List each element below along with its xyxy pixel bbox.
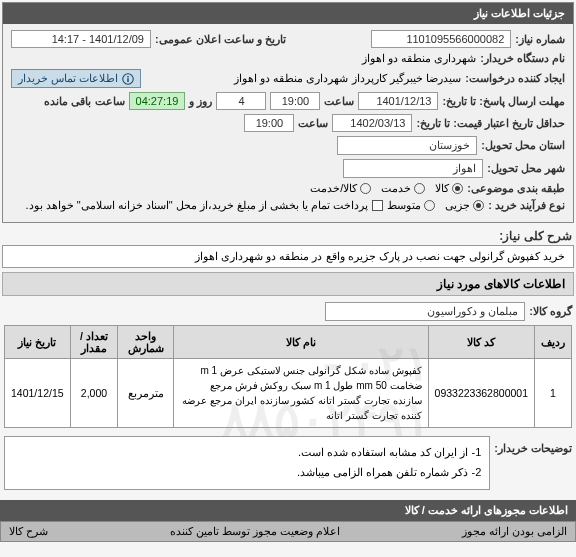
desc-title-value: خرید کفپوش گرانولی جهت نصب در پارک جزیره…: [2, 245, 574, 268]
radio-icon: [424, 200, 435, 211]
cat-both-radio[interactable]: کالا/خدمت: [310, 182, 371, 195]
table-row[interactable]: 1 0933223362800001 کفپوش ساده شکل گرانول…: [5, 359, 572, 428]
contact-link-text: اطلاعات تماس خریدار: [18, 72, 118, 85]
creator-org: شهرداری منطقه دو اهواز: [234, 72, 348, 85]
footer-tabs: اطلاعات مجوزهای ارائه خدمت / کالا: [0, 500, 576, 521]
creator-label: ایجاد کننده درخواست:: [465, 72, 565, 85]
proc-medium-label: متوسط: [387, 199, 421, 212]
resp-deadline-time: 19:00: [270, 92, 320, 110]
min-valid-time: 19:00: [244, 114, 294, 132]
group-value: مبلمان و دکوراسیون: [325, 302, 525, 321]
process-radio-group: جزیی متوسط: [387, 199, 484, 212]
time-label-1: ساعت: [324, 95, 354, 108]
proc-partial-label: جزیی: [445, 199, 470, 212]
note-line-2: 2- ذکر شماره تلفن همراه الزامی میباشد.: [13, 463, 481, 483]
province-value: خوزستان: [337, 136, 477, 155]
remaining-label: ساعت باقی مانده: [44, 95, 124, 108]
footer-sub-2: اعلام وضعیت مجوز توسط تامین کننده: [170, 525, 340, 538]
col-date: تاریخ نیاز: [5, 326, 71, 359]
cell-name: کفپوش ساده شکل گرانولی جنس لاستیکی عرض m…: [174, 359, 428, 428]
resp-deadline-label: مهلت ارسال پاسخ: تا تاریخ:: [442, 95, 565, 108]
days-value: 4: [216, 92, 266, 110]
min-valid-label: حداقل تاریخ اعتبار قیمت: تا تاریخ:: [416, 117, 565, 130]
creator-name: سیدرضا خیبرگیر کارپرداز: [352, 72, 461, 85]
cat-goods-label: کالا: [435, 182, 449, 195]
panel-body: شماره نیاز: 1101095566000082 تاریخ و ساع…: [3, 24, 573, 222]
buyer-org-value: شهرداری منطقه دو اهواز: [362, 52, 476, 65]
radio-icon: [452, 183, 463, 194]
cat-service-radio[interactable]: خدمت: [381, 182, 425, 195]
col-code: کد کالا: [428, 326, 534, 359]
radio-icon: [473, 200, 484, 211]
col-unit: واحد شمارش: [118, 326, 174, 359]
radio-icon: [360, 183, 371, 194]
cell-row: 1: [535, 359, 572, 428]
cell-unit: مترمربع: [118, 359, 174, 428]
buyer-org-label: نام دستگاه خریدار:: [480, 52, 565, 65]
payment-checkbox[interactable]: [372, 200, 383, 211]
col-name: نام کالا: [174, 326, 428, 359]
table-header-row: ردیف کد کالا نام کالا واحد شمارش تعداد /…: [5, 326, 572, 359]
col-qty: تعداد / مقدار: [70, 326, 118, 359]
city-label: شهر محل تحویل:: [487, 162, 565, 175]
notes-label: توضیحات خریدار:: [494, 436, 572, 455]
resp-deadline-date: 1401/12/13: [358, 92, 438, 110]
radio-icon: [414, 183, 425, 194]
cat-service-label: خدمت: [381, 182, 411, 195]
desc-title-label: شرح کلی نیاز:: [499, 229, 572, 243]
buyer-notes: 1- از ایران کد مشابه استفاده شده است. 2-…: [4, 436, 490, 490]
pub-date-value: 1401/12/09 - 14:17: [11, 30, 151, 48]
group-label: گروه کالا:: [529, 305, 572, 318]
req-no-value: 1101095566000082: [371, 30, 511, 48]
province-label: استان محل تحویل:: [481, 139, 565, 152]
min-valid-date: 1402/03/13: [332, 114, 412, 132]
cell-qty: 2,000: [70, 359, 118, 428]
svg-rect-1: [127, 78, 129, 82]
items-table: ردیف کد کالا نام کالا واحد شمارش تعداد /…: [4, 325, 572, 428]
footer-sub: الزامی بودن ارائه مجوز اعلام وضعیت مجوز …: [0, 521, 576, 542]
payment-note: پرداخت تمام یا بخشی از مبلغ خرید،از محل …: [26, 199, 369, 212]
contact-buyer-link[interactable]: اطلاعات تماس خریدار: [11, 69, 141, 88]
proc-medium-radio[interactable]: متوسط: [387, 199, 435, 212]
svg-rect-2: [127, 76, 129, 78]
cat-both-label: کالا/خدمت: [310, 182, 357, 195]
category-radio-group: کالا خدمت کالا/خدمت: [310, 182, 463, 195]
footer-tab-1[interactable]: اطلاعات مجوزهای ارائه خدمت / کالا: [405, 504, 568, 517]
pub-date-label: تاریخ و ساعت اعلان عمومی:: [155, 33, 286, 46]
req-no-label: شماره نیاز:: [515, 33, 565, 46]
city-value: اهواز: [343, 159, 483, 178]
cell-code: 0933223362800001: [428, 359, 534, 428]
footer-sub-3: شرح کالا: [9, 525, 48, 538]
footer-sub-1: الزامی بودن ارائه مجوز: [462, 525, 567, 538]
info-icon: [122, 73, 134, 85]
panel-title: جزئیات اطلاعات نیاز: [3, 3, 573, 24]
days-label: روز و: [189, 95, 212, 108]
main-panel: جزئیات اطلاعات نیاز شماره نیاز: 11010955…: [2, 2, 574, 223]
col-row: ردیف: [535, 326, 572, 359]
items-section-header: اطلاعات کالاهای مورد نیاز: [2, 272, 574, 296]
cell-date: 1401/12/15: [5, 359, 71, 428]
proc-partial-radio[interactable]: جزیی: [445, 199, 484, 212]
process-label: نوع فرآیند خرید :: [488, 199, 565, 212]
category-label: طبقه بندی موضوعی:: [467, 182, 565, 195]
cat-goods-radio[interactable]: کالا: [435, 182, 463, 195]
time-label-2: ساعت: [298, 117, 328, 130]
note-line-1: 1- از ایران کد مشابه استفاده شده است.: [13, 443, 481, 463]
countdown-timer: 04:27:19: [129, 92, 186, 110]
